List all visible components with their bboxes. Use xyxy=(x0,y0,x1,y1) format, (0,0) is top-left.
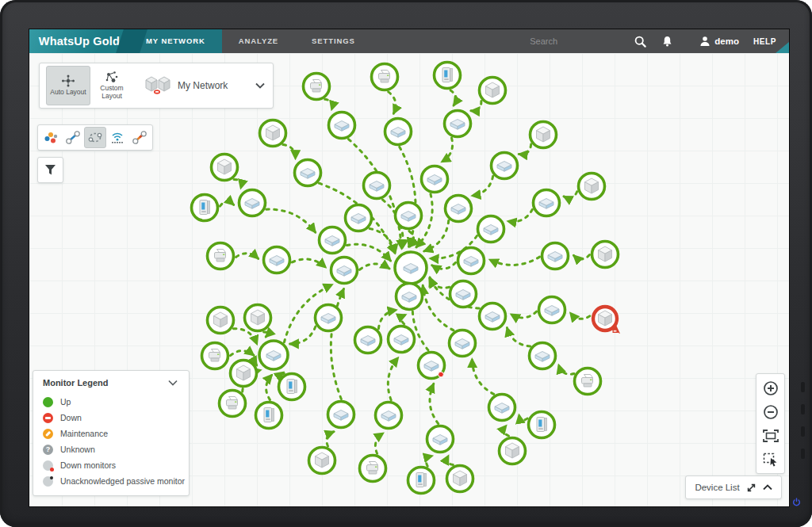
bezel-button[interactable] xyxy=(801,449,805,459)
device-node-flat[interactable] xyxy=(395,252,427,284)
device-node-cube[interactable] xyxy=(212,155,238,181)
custom-layout-icon xyxy=(105,71,119,83)
device-node-flat[interactable] xyxy=(316,305,342,331)
device-node-cube[interactable] xyxy=(530,122,557,148)
device-status-overlay-toggle[interactable] xyxy=(40,127,62,148)
device-node-flat[interactable] xyxy=(422,166,448,193)
device-node-printer[interactable] xyxy=(208,243,234,269)
device-node-cube[interactable] xyxy=(480,78,506,104)
device-node-flat[interactable] xyxy=(492,153,518,179)
device-node-cube[interactable] xyxy=(245,305,271,331)
device-node-flat[interactable] xyxy=(534,190,560,216)
device-node-cube[interactable] xyxy=(208,307,234,334)
device-node-server[interactable] xyxy=(192,195,218,221)
bezel-button[interactable] xyxy=(801,426,805,437)
legend-item-up: Up xyxy=(43,394,179,410)
bezel-button[interactable] xyxy=(801,382,805,392)
device-node-flat[interactable] xyxy=(539,297,565,323)
top-navigation-bar: WhatsUp Gold MY NETWORK ANALYZE SETTINGS… xyxy=(29,29,789,53)
device-node-cube[interactable] xyxy=(579,174,605,200)
help-link[interactable]: HELP xyxy=(753,37,776,46)
notifications-bell-icon[interactable] xyxy=(653,36,680,47)
device-node-flat[interactable] xyxy=(458,248,485,274)
device-node-flat[interactable] xyxy=(264,247,290,273)
device-node-cube[interactable] xyxy=(447,466,473,492)
device-node-server[interactable] xyxy=(435,63,461,89)
device-node-server[interactable] xyxy=(408,468,435,494)
expand-diagonal-icon[interactable] xyxy=(746,483,756,493)
zoom-in-button[interactable] xyxy=(759,377,783,399)
link-lines-overlay-toggle[interactable] xyxy=(62,127,84,148)
legend-collapse-chevron-icon[interactable] xyxy=(168,380,178,386)
map-link xyxy=(442,138,453,162)
device-node-flat[interactable] xyxy=(329,113,355,139)
device-node-printer[interactable] xyxy=(360,456,386,482)
device-node-server[interactable] xyxy=(279,374,305,400)
search-input[interactable] xyxy=(528,36,626,47)
device-node-flat-downmon[interactable] xyxy=(419,353,445,379)
device-node-printer[interactable] xyxy=(202,343,228,369)
search-icon[interactable] xyxy=(626,36,653,48)
device-node-server[interactable] xyxy=(529,412,555,438)
device-node-flat[interactable] xyxy=(478,216,504,242)
device-node-printer[interactable] xyxy=(372,64,398,90)
device-node-flat[interactable] xyxy=(259,341,288,369)
device-node-cube[interactable] xyxy=(231,361,257,387)
filter-button[interactable] xyxy=(37,157,63,183)
device-node-flat[interactable] xyxy=(239,190,266,216)
chevron-up-icon[interactable] xyxy=(763,484,772,491)
device-node-flat[interactable] xyxy=(396,203,422,229)
device-node-flat[interactable] xyxy=(427,426,454,453)
device-node-flat[interactable] xyxy=(542,243,569,269)
device-node-flat[interactable] xyxy=(376,403,402,429)
device-node-flat[interactable] xyxy=(480,304,506,330)
device-list-bar[interactable]: Device List xyxy=(685,475,782,499)
chevron-down-icon[interactable] xyxy=(255,82,265,89)
device-node-flat[interactable] xyxy=(328,402,354,428)
device-node-cube-down[interactable] xyxy=(593,307,620,334)
device-node-flat[interactable] xyxy=(489,395,515,421)
map-link xyxy=(450,90,456,105)
device-node-cube[interactable] xyxy=(309,448,335,474)
custom-layout-button[interactable]: Custom Layout xyxy=(90,67,133,105)
device-node-printer[interactable] xyxy=(220,391,246,417)
device-node-flat[interactable] xyxy=(385,119,412,145)
group-selector[interactable]: My Network xyxy=(144,75,266,96)
device-node-flat[interactable] xyxy=(295,160,321,186)
device-node-cube[interactable] xyxy=(500,438,526,464)
device-node-printer[interactable] xyxy=(575,369,601,395)
device-node-printer[interactable] xyxy=(304,74,330,100)
maintenance-status-icon xyxy=(43,429,53,439)
area-select-button[interactable] xyxy=(759,449,783,470)
wireless-overlay-toggle[interactable] xyxy=(106,127,128,148)
device-node-flat[interactable] xyxy=(530,343,556,369)
device-node-flat[interactable] xyxy=(450,330,476,357)
device-node-flat[interactable] xyxy=(396,284,423,310)
device-node-flat[interactable] xyxy=(320,227,346,254)
device-node-server[interactable] xyxy=(256,403,282,429)
map-link xyxy=(283,145,296,159)
device-node-flat[interactable] xyxy=(364,173,390,199)
auto-layout-button[interactable]: Auto Layout xyxy=(46,66,90,105)
device-node-flat[interactable] xyxy=(331,258,358,284)
whatsup-gold-logo[interactable]: WhatsUp Gold xyxy=(29,29,129,53)
map-link xyxy=(490,257,540,265)
device-node-flat[interactable] xyxy=(450,281,477,307)
cluster-overlay-toggle[interactable] xyxy=(84,127,106,148)
device-node-flat[interactable] xyxy=(355,327,381,353)
device-node-flat[interactable] xyxy=(389,327,415,353)
map-link xyxy=(388,357,398,400)
fit-to-view-button[interactable] xyxy=(759,425,783,446)
device-node-flat[interactable] xyxy=(446,196,472,222)
dependencies-overlay-toggle[interactable] xyxy=(128,127,151,148)
device-node-flat[interactable] xyxy=(346,205,372,231)
device-node-flat[interactable] xyxy=(445,111,471,137)
device-node-cube[interactable] xyxy=(260,120,286,147)
user-menu[interactable]: demo xyxy=(699,36,739,47)
tab-settings[interactable]: SETTINGS xyxy=(295,29,372,53)
bezel-button[interactable] xyxy=(801,404,805,414)
map-link xyxy=(264,332,268,337)
zoom-out-button[interactable] xyxy=(759,401,783,422)
tab-analyze[interactable]: ANALYZE xyxy=(222,29,295,53)
device-node-cube[interactable] xyxy=(592,242,619,268)
